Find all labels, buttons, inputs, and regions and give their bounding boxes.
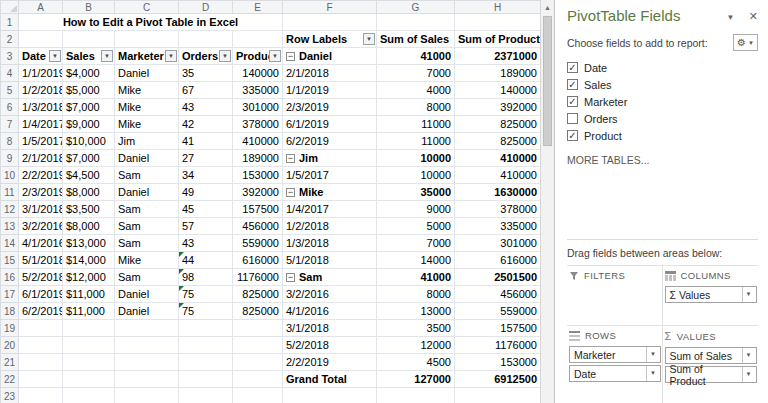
checkbox-sales[interactable]: ✓ — [567, 79, 578, 90]
column-header-D[interactable]: D — [179, 1, 233, 14]
pivot-header-sum-of-product[interactable]: Sum of Product — [455, 31, 541, 48]
pill-dropdown-icon[interactable]: ▼ — [646, 347, 658, 362]
cell-E4[interactable]: 140000 — [233, 65, 283, 82]
cell-D6[interactable]: 43 — [179, 99, 233, 116]
cell-C13[interactable]: Sam — [115, 218, 179, 235]
cell-B17[interactable]: $11,000 — [63, 286, 115, 303]
cell-E22[interactable] — [233, 371, 283, 388]
cell-E9[interactable]: 189000 — [233, 150, 283, 167]
cell-E18[interactable]: 825000 — [233, 303, 283, 320]
pivot-row-label-daniel[interactable]: −Daniel — [283, 48, 377, 65]
source-header-orders[interactable]: Orders▼ — [179, 48, 233, 65]
pivot-sales-1-1-2019[interactable]: 4000 — [377, 82, 455, 99]
cell-A13[interactable]: 3/2/2016 — [19, 218, 63, 235]
pivot-sales-3-2-2016[interactable]: 8000 — [377, 286, 455, 303]
cell-E14[interactable]: 559000 — [233, 235, 283, 252]
cell-B9[interactable]: $7,000 — [63, 150, 115, 167]
pivot-row-label-3-2-2016[interactable]: 3/2/2016 — [283, 286, 377, 303]
cell-A23[interactable] — [19, 388, 63, 403]
cell-C7[interactable]: Mike — [115, 116, 179, 133]
pivot-sales-5-1-2018[interactable]: 14000 — [377, 252, 455, 269]
cell-D20[interactable] — [179, 337, 233, 354]
cell-A21[interactable] — [19, 354, 63, 371]
cell-F23[interactable] — [283, 388, 377, 403]
pivot-product-3-2-2016[interactable]: 456000 — [455, 286, 541, 303]
cell-C4[interactable]: Daniel — [115, 65, 179, 82]
row-labels-filter-button[interactable]: ▼ — [363, 33, 375, 45]
cell-E13[interactable]: 456000 — [233, 218, 283, 235]
filter-button-orders[interactable]: ▼ — [219, 50, 231, 62]
column-header-F[interactable]: F — [283, 1, 377, 14]
cell-A6[interactable]: 1/3/2018 — [19, 99, 63, 116]
pivot-sales-jim[interactable]: 10000 — [377, 150, 455, 167]
column-header-H[interactable]: H — [455, 1, 541, 14]
cell-C15[interactable]: Mike — [115, 252, 179, 269]
column-header-A[interactable]: A — [19, 1, 63, 14]
pivot-product-5-2-2018[interactable]: 1176000 — [455, 337, 541, 354]
cell-C17[interactable]: Daniel — [115, 286, 179, 303]
row-header-11[interactable]: 11 — [1, 184, 19, 201]
pivot-row-label-5-1-2018[interactable]: 5/1/2018 — [283, 252, 377, 269]
row-header-12[interactable]: 12 — [1, 201, 19, 218]
cell-B22[interactable] — [63, 371, 115, 388]
row-header-21[interactable]: 21 — [1, 354, 19, 371]
pivot-header-sum-of-sales[interactable]: Sum of Sales — [377, 31, 455, 48]
cell-B11[interactable]: $8,000 — [63, 184, 115, 201]
pivot-product-jim[interactable]: 410000 — [455, 150, 541, 167]
select-all-corner[interactable] — [1, 1, 19, 14]
cell-E10[interactable]: 153000 — [233, 167, 283, 184]
pill-dropdown-icon[interactable]: ▼ — [646, 366, 658, 381]
checkbox-product[interactable]: ✓ — [567, 130, 578, 141]
collapse-button-sam[interactable]: − — [286, 273, 295, 282]
pivot-sales-6-1-2019[interactable]: 11000 — [377, 116, 455, 133]
row-header-5[interactable]: 5 — [1, 82, 19, 99]
row-header-13[interactable]: 13 — [1, 218, 19, 235]
pivot-product-daniel[interactable]: 2371000 — [455, 48, 541, 65]
cell-A20[interactable] — [19, 337, 63, 354]
cell-B19[interactable] — [63, 320, 115, 337]
cell-B21[interactable] — [63, 354, 115, 371]
cell-H1[interactable] — [455, 14, 541, 31]
cell-G23[interactable] — [377, 388, 455, 403]
cell-D2[interactable] — [179, 31, 233, 48]
cell-D5[interactable]: 67 — [179, 82, 233, 99]
cell-E12[interactable]: 157500 — [233, 201, 283, 218]
cell-A5[interactable]: 1/2/2018 — [19, 82, 63, 99]
cell-B10[interactable]: $4,500 — [63, 167, 115, 184]
pivot-sales-1-2-2018[interactable]: 5000 — [377, 218, 455, 235]
cell-C10[interactable]: Sam — [115, 167, 179, 184]
pane-close-icon[interactable]: ✕ — [749, 10, 758, 22]
cell-D15[interactable]: 44 — [179, 252, 233, 269]
cell-A17[interactable]: 6/1/2019 — [19, 286, 63, 303]
cell-C14[interactable]: Sam — [115, 235, 179, 252]
field-item-marketer[interactable]: ✓Marketer — [567, 93, 758, 110]
cell-B18[interactable]: $11,000 — [63, 303, 115, 320]
cell-B14[interactable]: $13,000 — [63, 235, 115, 252]
row-header-20[interactable]: 20 — [1, 337, 19, 354]
cell-C16[interactable]: Sam — [115, 269, 179, 286]
collapse-button-daniel[interactable]: − — [286, 52, 295, 61]
cell-D13[interactable]: 57 — [179, 218, 233, 235]
source-header-date[interactable]: Date▼ — [19, 48, 63, 65]
pivot-row-label-grand-total[interactable]: Grand Total — [283, 371, 377, 388]
pivot-sales-6-2-2019[interactable]: 11000 — [377, 133, 455, 150]
cell-B5[interactable]: $5,000 — [63, 82, 115, 99]
field-pill-sum-of-product[interactable]: Sum of Product▼ — [665, 366, 757, 383]
column-header-C[interactable]: C — [115, 1, 179, 14]
source-header-marketer[interactable]: Marketer▼ — [115, 48, 179, 65]
pivot-row-label-1-4-2017[interactable]: 1/4/2017 — [283, 201, 377, 218]
row-header-2[interactable]: 2 — [1, 31, 19, 48]
cell-E8[interactable]: 410000 — [233, 133, 283, 150]
cell-A12[interactable]: 3/1/2018 — [19, 201, 63, 218]
cell-E19[interactable] — [233, 320, 283, 337]
cell-D14[interactable]: 43 — [179, 235, 233, 252]
row-header-10[interactable]: 10 — [1, 167, 19, 184]
row-header-4[interactable]: 4 — [1, 65, 19, 82]
cell-D4[interactable]: 35 — [179, 65, 233, 82]
cell-D22[interactable] — [179, 371, 233, 388]
cell-C18[interactable]: Daniel — [115, 303, 179, 320]
cell-B2[interactable] — [63, 31, 115, 48]
cell-C22[interactable] — [115, 371, 179, 388]
cell-E20[interactable] — [233, 337, 283, 354]
pivot-sales-4-1-2016[interactable]: 13000 — [377, 303, 455, 320]
